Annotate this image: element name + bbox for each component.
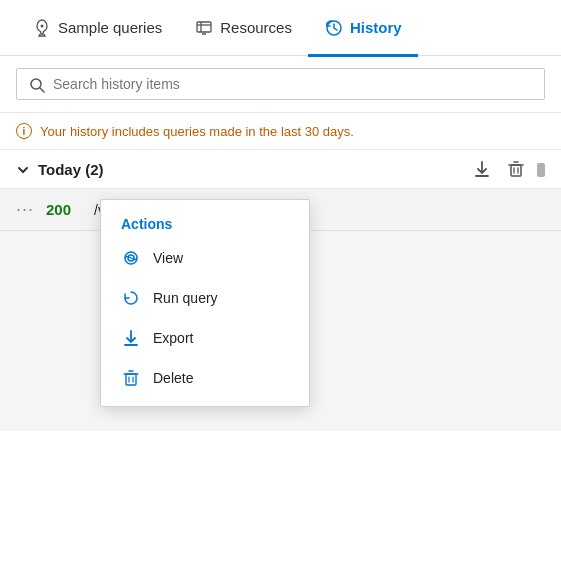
info-icon: i — [16, 123, 32, 139]
delete-button[interactable] — [503, 158, 529, 180]
dropdown-item-run-query[interactable]: Run query — [101, 278, 309, 318]
view-icon — [121, 248, 141, 268]
info-message: Your history includes queries made in th… — [40, 124, 354, 139]
search-input[interactable] — [53, 76, 532, 92]
tab-history-label: History — [350, 19, 402, 36]
status-code: 200 — [46, 201, 82, 218]
search-bar — [0, 56, 561, 113]
row-options-icon[interactable]: ··· — [16, 199, 34, 220]
section-title: Today (2) — [38, 161, 104, 178]
dropdown-item-run-query-label: Run query — [153, 290, 218, 306]
rocket-icon — [32, 16, 52, 37]
section-header: Today (2) — [0, 149, 561, 189]
tab-sample-queries[interactable]: Sample queries — [16, 1, 178, 57]
dropdown-item-delete[interactable]: Delete — [101, 358, 309, 398]
dropdown-item-view[interactable]: View — [101, 238, 309, 278]
tab-history[interactable]: History — [308, 1, 418, 57]
tab-resources-label: Resources — [220, 19, 292, 36]
svg-rect-10 — [511, 165, 521, 176]
svg-rect-1 — [197, 22, 211, 32]
history-icon — [324, 16, 344, 37]
svg-rect-19 — [126, 374, 136, 385]
dropdown-item-delete-label: Delete — [153, 370, 193, 386]
dropdown-title: Actions — [101, 208, 309, 238]
section-header-actions — [469, 158, 545, 180]
svg-line-7 — [40, 88, 44, 92]
run-query-icon — [121, 288, 141, 308]
svg-point-0 — [41, 24, 44, 27]
info-bar: i Your history includes queries made in … — [0, 113, 561, 149]
dropdown-item-export[interactable]: Export — [101, 318, 309, 358]
scrollbar — [537, 161, 545, 177]
tab-sample-queries-label: Sample queries — [58, 19, 162, 36]
tab-bar: Sample queries Resources — [0, 0, 561, 56]
delete-item-icon — [121, 368, 141, 388]
actions-dropdown: Actions View Run — [100, 199, 310, 407]
chevron-down-icon[interactable] — [16, 161, 30, 177]
dropdown-item-view-label: View — [153, 250, 183, 266]
download-button[interactable] — [469, 158, 495, 180]
search-input-wrapper[interactable] — [16, 68, 545, 100]
main-container: Sample queries Resources — [0, 0, 561, 576]
section-header-left: Today (2) — [16, 161, 469, 178]
export-icon — [121, 328, 141, 348]
dropdown-item-export-label: Export — [153, 330, 193, 346]
tab-resources[interactable]: Resources — [178, 1, 308, 57]
history-row-container: ··· 200 /v1.0/me/messages Actions View — [0, 189, 561, 231]
resources-icon — [194, 16, 214, 37]
search-icon — [29, 75, 45, 93]
